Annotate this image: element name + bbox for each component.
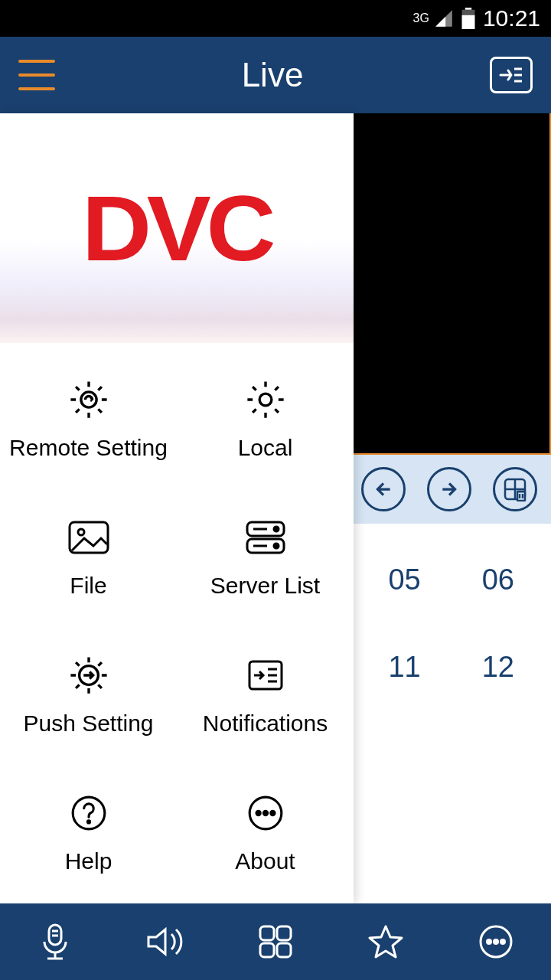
- svg-rect-0: [465, 8, 471, 10]
- battery-icon: [461, 8, 475, 29]
- notification-icon: [246, 658, 285, 692]
- network-type: 3G: [413, 11, 429, 25]
- gear-arrow-icon: [68, 655, 109, 696]
- menu-local[interactable]: Local: [177, 351, 354, 488]
- delete-grid-button[interactable]: [493, 467, 537, 511]
- menu-button[interactable]: [18, 60, 55, 90]
- clock: 10:21: [483, 5, 540, 31]
- more-circle-icon: [246, 794, 285, 832]
- menu-help[interactable]: Help: [0, 764, 177, 902]
- svg-point-19: [274, 527, 279, 531]
- help-icon: [70, 794, 108, 832]
- svg-rect-42: [277, 943, 291, 957]
- svg-point-13: [80, 392, 96, 407]
- gear-refresh-icon: [68, 379, 109, 420]
- favorite-button[interactable]: [363, 919, 409, 965]
- menu-remote-setting[interactable]: Remote Setting: [0, 351, 177, 488]
- channel-12[interactable]: 12: [482, 651, 514, 684]
- server-icon: [244, 519, 287, 556]
- menu-label: File: [70, 573, 106, 599]
- mic-button[interactable]: [32, 919, 78, 965]
- menu-notifications[interactable]: Notifications: [177, 626, 354, 764]
- svg-point-46: [501, 940, 505, 944]
- gear-icon: [245, 379, 286, 420]
- page-title: Live: [242, 56, 304, 94]
- svg-rect-39: [260, 926, 274, 940]
- image-icon: [67, 520, 110, 555]
- bottom-toolbar: [0, 903, 551, 980]
- svg-point-33: [270, 811, 274, 815]
- menu-label: Remote Setting: [9, 435, 168, 461]
- svg-rect-2: [462, 15, 475, 29]
- menu-label: Notifications: [203, 710, 328, 737]
- menu-label: Push Setting: [23, 710, 153, 737]
- svg-rect-40: [277, 926, 291, 940]
- menu-file[interactable]: File: [0, 488, 177, 626]
- menu-label: Local: [238, 435, 293, 461]
- status-bar: 3G 10:21: [0, 0, 551, 37]
- speaker-button[interactable]: [142, 919, 188, 965]
- svg-point-29: [87, 821, 90, 823]
- channel-06[interactable]: 06: [482, 564, 514, 596]
- menu-push-setting[interactable]: Push Setting: [0, 626, 177, 764]
- svg-point-32: [263, 811, 267, 815]
- menu-label: Server List: [210, 573, 320, 599]
- signal-icon: [434, 8, 454, 28]
- menu-server-list[interactable]: Server List: [177, 488, 354, 626]
- more-button[interactable]: [473, 919, 519, 965]
- svg-rect-9: [517, 492, 525, 501]
- logout-icon[interactable]: [490, 57, 533, 93]
- side-drawer: DVC Remote Setting Local File Server Li: [0, 113, 354, 903]
- svg-point-31: [256, 811, 260, 815]
- app-header: Live: [0, 37, 551, 113]
- svg-rect-41: [260, 943, 274, 957]
- svg-point-45: [494, 940, 498, 944]
- svg-point-16: [78, 529, 84, 535]
- logo-area: DVC: [0, 113, 354, 343]
- menu-label: About: [235, 848, 295, 874]
- svg-point-44: [487, 940, 491, 944]
- menu-label: Help: [65, 848, 112, 874]
- next-button[interactable]: [427, 467, 471, 511]
- app-logo: DVC: [82, 175, 271, 281]
- svg-point-14: [259, 394, 272, 406]
- svg-point-20: [274, 544, 279, 548]
- channel-11[interactable]: 11: [388, 651, 420, 684]
- grid-button[interactable]: [253, 919, 298, 965]
- prev-button[interactable]: [361, 467, 406, 511]
- channel-05[interactable]: 05: [388, 564, 420, 596]
- menu-about[interactable]: About: [177, 764, 354, 902]
